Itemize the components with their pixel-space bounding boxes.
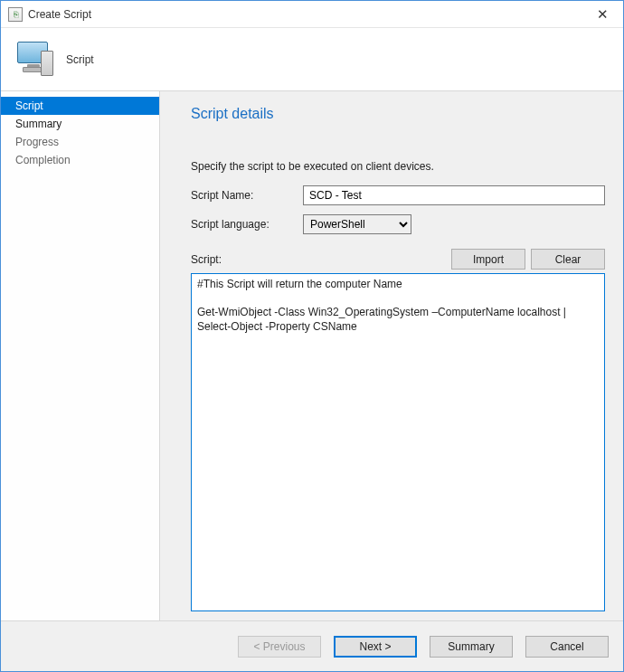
sidebar-item-summary[interactable]: Summary xyxy=(1,115,159,133)
sidebar-item-script[interactable]: Script xyxy=(1,97,159,115)
clear-button[interactable]: Clear xyxy=(531,249,605,270)
script-name-label: Script Name: xyxy=(191,189,303,202)
sidebar-item-completion[interactable]: Completion xyxy=(1,151,159,169)
cancel-button[interactable]: Cancel xyxy=(525,636,609,658)
wizard-sidebar: Script Summary Progress Completion xyxy=(1,91,160,620)
sidebar-item-label: Progress xyxy=(15,136,59,148)
sidebar-item-progress[interactable]: Progress xyxy=(1,133,159,151)
wizard-footer: < Previous Next > Summary Cancel xyxy=(1,620,623,671)
sidebar-item-label: Script xyxy=(15,99,43,112)
script-language-label: Script language: xyxy=(191,218,303,231)
wizard-main: Script details Specify the script to be … xyxy=(160,91,623,620)
close-icon: ✕ xyxy=(597,6,609,23)
script-language-select[interactable]: PowerShell xyxy=(303,214,411,234)
next-button[interactable]: Next > xyxy=(334,636,417,658)
wizard-header-label: Script xyxy=(66,53,94,66)
page-heading: Script details xyxy=(191,106,605,122)
previous-button: < Previous xyxy=(238,636,321,658)
script-name-input[interactable] xyxy=(303,185,605,205)
page-instruction: Specify the script to be executed on cli… xyxy=(191,160,605,173)
wizard-header: Script xyxy=(1,28,623,91)
window-icon: ⎘ xyxy=(8,7,23,22)
sidebar-item-label: Summary xyxy=(15,118,61,130)
window-title: Create Script xyxy=(28,8,91,21)
titlebar: ⎘ Create Script ✕ xyxy=(1,1,623,28)
import-button[interactable]: Import xyxy=(451,249,525,270)
close-button[interactable]: ✕ xyxy=(582,1,623,27)
sidebar-item-label: Completion xyxy=(15,154,71,166)
computer-icon xyxy=(17,42,53,78)
summary-button[interactable]: Summary xyxy=(430,636,513,658)
script-label: Script: xyxy=(191,253,303,266)
wizard-body: Script Summary Progress Completion Scrip… xyxy=(1,91,623,620)
script-textarea[interactable] xyxy=(191,273,605,611)
